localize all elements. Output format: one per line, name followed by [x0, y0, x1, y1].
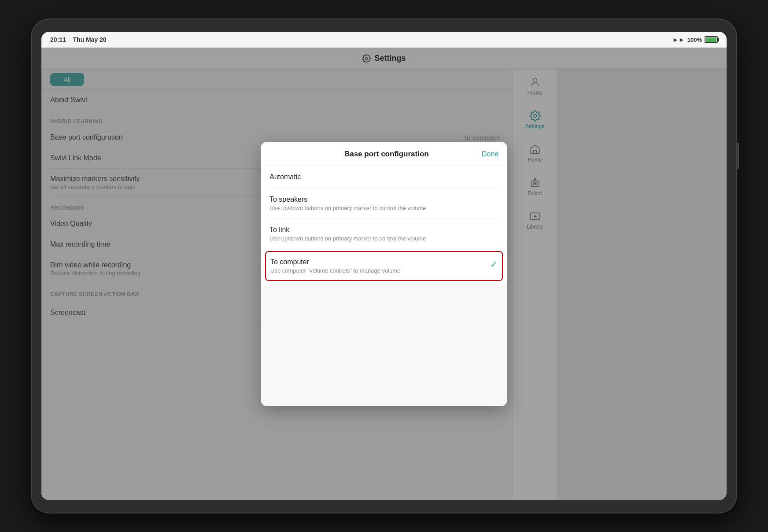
modal-done-button[interactable]: Done — [482, 150, 498, 158]
option-to-link-content: To link Use up/down buttons on primary m… — [270, 226, 498, 242]
option-to-speakers-subtitle: Use up/down buttons on primary marker to… — [270, 205, 498, 211]
modal-spacer — [261, 283, 507, 406]
status-bar: 20:11 Thu May 20 ►► 100% — [41, 32, 727, 48]
option-to-link-title: To link — [270, 226, 498, 234]
option-to-speakers[interactable]: To speakers Use up/down buttons on prima… — [270, 188, 498, 219]
option-to-computer[interactable]: To computer Use computer "volume control… — [265, 251, 503, 281]
ipad-screen: 20:11 Thu May 20 ►► 100% — [41, 32, 727, 500]
side-button — [736, 143, 739, 169]
date-text: Thu May 20 — [73, 36, 106, 43]
wifi-icon: ►► — [672, 36, 685, 43]
main-content: Settings All About Swivl › — [41, 48, 727, 500]
status-time: 20:11 Thu May 20 — [50, 36, 107, 43]
option-to-computer-subtitle: Use computer "volume controls" to manage… — [270, 267, 486, 274]
battery-fill — [706, 37, 716, 42]
option-to-link[interactable]: To link Use up/down buttons on primary m… — [270, 219, 498, 249]
ipad-frame: 20:11 Thu May 20 ►► 100% — [32, 19, 736, 513]
option-to-speakers-title: To speakers — [270, 196, 498, 203]
battery-icon — [705, 36, 718, 43]
option-to-speakers-content: To speakers Use up/down buttons on prima… — [270, 196, 498, 211]
time-text: 20:11 — [50, 36, 66, 43]
base-port-modal: Base port configuration Done Automatic T… — [261, 142, 507, 406]
option-automatic[interactable]: Automatic — [270, 166, 498, 188]
modal-header: Base port configuration Done — [261, 142, 507, 166]
option-automatic-title: Automatic — [270, 173, 498, 181]
option-to-link-subtitle: Use up/down buttons on primary marker to… — [270, 235, 498, 242]
option-automatic-content: Automatic — [270, 173, 498, 181]
status-right: ►► 100% — [672, 36, 718, 43]
option-to-computer-checkmark: ✓ — [490, 259, 498, 270]
option-to-computer-content: To computer Use computer "volume control… — [270, 258, 486, 274]
battery-pct: 100% — [687, 37, 702, 43]
option-to-computer-title: To computer — [270, 258, 486, 266]
modal-options-list: Automatic To speakers Use up/down button… — [261, 166, 507, 281]
modal-title: Base port configuration — [292, 150, 482, 159]
